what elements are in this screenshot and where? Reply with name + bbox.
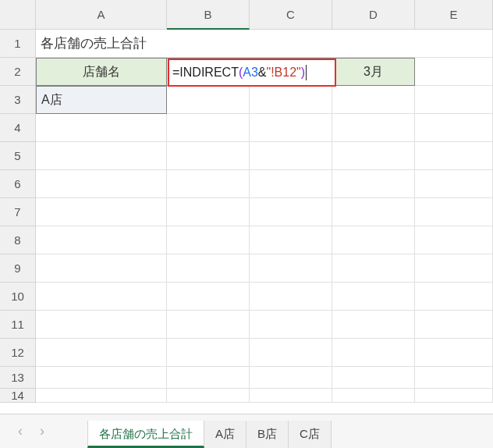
tab-nav-next[interactable]: › [31, 421, 53, 443]
cell-c4[interactable] [250, 114, 332, 142]
header-m3[interactable]: 3月 [332, 58, 415, 86]
cell-d3[interactable] [332, 86, 415, 114]
formula-edit-box[interactable]: =INDIRECT(A3&"!B12") [168, 59, 336, 87]
cell-d8[interactable] [332, 226, 415, 254]
cell-c8[interactable] [250, 226, 332, 254]
cell-c12[interactable] [250, 339, 332, 367]
cell-c13[interactable] [250, 367, 332, 389]
cell-a10[interactable] [36, 283, 167, 311]
select-all-corner[interactable] [0, 0, 36, 30]
cell-d5[interactable] [332, 142, 415, 170]
cell-d11[interactable] [332, 311, 415, 339]
cell-e9[interactable] [415, 254, 493, 283]
cell-e10[interactable] [415, 283, 493, 311]
formula-ref: A3 [243, 66, 258, 80]
cell-a8[interactable] [36, 226, 167, 254]
cell-b4[interactable] [167, 114, 250, 142]
cell-e8[interactable] [415, 226, 493, 254]
sheet-tab-active[interactable]: 各店舗の売上合計 [87, 421, 204, 448]
cell-b9[interactable] [167, 254, 250, 283]
cell-b6[interactable] [167, 170, 250, 198]
sheet-tab-a[interactable]: A店 [204, 421, 247, 448]
row-header-5[interactable]: 5 [0, 142, 36, 170]
row-header-4[interactable]: 4 [0, 114, 36, 142]
cell-a11[interactable] [36, 311, 167, 339]
cell-d12[interactable] [332, 339, 415, 367]
cell-e6[interactable] [415, 170, 493, 198]
cell-a3[interactable]: A店 [36, 86, 167, 114]
col-header-d[interactable]: D [332, 0, 415, 30]
cell-a5[interactable] [36, 142, 167, 170]
cell-e11[interactable] [415, 311, 493, 339]
row-header-10[interactable]: 10 [0, 283, 36, 311]
row-header-14[interactable]: 14 [0, 389, 36, 403]
cell-d10[interactable] [332, 283, 415, 311]
cell-b10[interactable] [167, 283, 250, 311]
formula-fn: INDIRECT [179, 66, 239, 80]
cell-a7[interactable] [36, 198, 167, 226]
cell-b8[interactable] [167, 226, 250, 254]
cell-e4[interactable] [415, 114, 493, 142]
cell-a9[interactable] [36, 254, 167, 283]
row-header-1[interactable]: 1 [0, 30, 36, 58]
cell-c6[interactable] [250, 170, 332, 198]
cell-e7[interactable] [415, 198, 493, 226]
cell-e2[interactable] [415, 58, 493, 86]
cell-a4[interactable] [36, 114, 167, 142]
row-header-13[interactable]: 13 [0, 367, 36, 389]
cell-d4[interactable] [332, 114, 415, 142]
sheet-tabs: 各店舗の売上合計 A店 B店 C店 [87, 414, 332, 448]
formula-amp: & [258, 66, 267, 80]
col-header-b[interactable]: B [167, 0, 250, 30]
cell-c3[interactable] [250, 86, 332, 114]
cell-d9[interactable] [332, 254, 415, 283]
formula-close: ) [301, 66, 305, 80]
cell-c9[interactable] [250, 254, 332, 283]
cell-e13[interactable] [415, 367, 493, 389]
cell-b7[interactable] [167, 198, 250, 226]
cell-b14[interactable] [167, 389, 250, 403]
cell-b3[interactable] [167, 86, 250, 114]
col-header-a[interactable]: A [36, 0, 167, 30]
formula-eq: = [172, 66, 179, 80]
text-cursor [306, 65, 307, 80]
sheet-tab-c[interactable]: C店 [289, 421, 332, 448]
cell-c5[interactable] [250, 142, 332, 170]
cell-e3[interactable] [415, 86, 493, 114]
cell-a13[interactable] [36, 367, 167, 389]
cell-d7[interactable] [332, 198, 415, 226]
cell-e14[interactable] [415, 389, 493, 403]
cell-b12[interactable] [167, 339, 250, 367]
row-header-9[interactable]: 9 [0, 254, 36, 283]
row-header-6[interactable]: 6 [0, 170, 36, 198]
cell-c11[interactable] [250, 311, 332, 339]
row-header-2[interactable]: 2 [0, 58, 36, 86]
formula-str: "!B12" [266, 66, 300, 80]
row-header-11[interactable]: 11 [0, 311, 36, 339]
sheet-tab-bar: ‹ › 各店舗の売上合計 A店 B店 C店 [0, 414, 493, 448]
title-cell[interactable]: 各店舗の売上合計 [36, 30, 493, 58]
cell-c7[interactable] [250, 198, 332, 226]
header-store[interactable]: 店舗名 [36, 58, 167, 86]
tab-nav-prev[interactable]: ‹ [9, 421, 31, 443]
cell-d14[interactable] [332, 389, 415, 403]
cell-b13[interactable] [167, 367, 250, 389]
col-header-c[interactable]: C [250, 0, 332, 30]
cell-c10[interactable] [250, 283, 332, 311]
cell-d6[interactable] [332, 170, 415, 198]
cell-a14[interactable] [36, 389, 167, 403]
cell-d13[interactable] [332, 367, 415, 389]
cell-a6[interactable] [36, 170, 167, 198]
cell-b11[interactable] [167, 311, 250, 339]
cell-a12[interactable] [36, 339, 167, 367]
row-header-8[interactable]: 8 [0, 226, 36, 254]
cell-e5[interactable] [415, 142, 493, 170]
col-header-e[interactable]: E [415, 0, 493, 30]
row-header-7[interactable]: 7 [0, 198, 36, 226]
cell-c14[interactable] [250, 389, 332, 403]
cell-b5[interactable] [167, 142, 250, 170]
sheet-tab-b[interactable]: B店 [247, 421, 289, 448]
row-header-12[interactable]: 12 [0, 339, 36, 367]
row-header-3[interactable]: 3 [0, 86, 36, 114]
cell-e12[interactable] [415, 339, 493, 367]
